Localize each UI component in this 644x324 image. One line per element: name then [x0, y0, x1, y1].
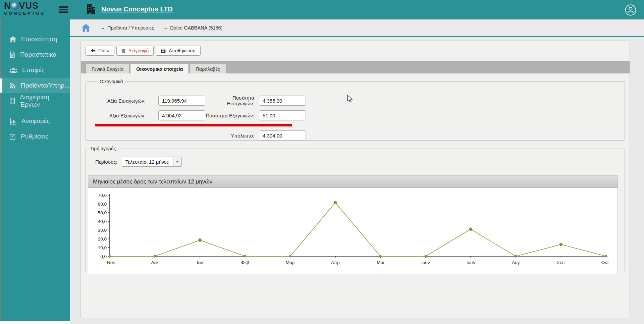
edit-icon — [9, 133, 16, 140]
import-value-label: Αξία Εισαγωγών: — [95, 98, 146, 104]
sidebar-nav: ΕπισκόπησηΠαραστατικάΕπαφέςΠροϊόντα/Υπηρ… — [0, 19, 70, 321]
breadcrumb-arrow-icon: → — [100, 25, 105, 31]
svg-text:40,0: 40,0 — [98, 219, 107, 224]
app-header: NVUS CONCEPTUS Novus Conceptus LTD — [0, 0, 644, 19]
x-axis-label: Ιουν — [421, 260, 430, 265]
export-qty-label: Ποσότητα Εξαγωγών: — [205, 113, 254, 118]
chart-point — [559, 243, 562, 246]
x-axis-label: Νοε — [107, 260, 115, 265]
period-select-value: Τελευταίοι 12 μήνες — [122, 157, 173, 166]
breadcrumb-item[interactable]: →Dolce GABBANA (5156) — [163, 25, 222, 31]
chart-point — [469, 228, 472, 231]
sidebar-item-rss[interactable]: Προϊόντα/Υπηρ... — [0, 78, 70, 93]
import-qty-input[interactable] — [259, 96, 306, 106]
company-link[interactable]: Novus Conceptus LTD — [101, 5, 173, 13]
globe-icon — [11, 2, 19, 10]
chart-point — [515, 255, 517, 257]
x-axis-label: Σεπ — [557, 260, 565, 265]
back-arrow-icon — [91, 48, 96, 53]
svg-text:0,0: 0,0 — [100, 254, 107, 259]
export-value-label: Αξία Εξαγωγών: — [95, 113, 146, 118]
chart-point — [289, 255, 291, 257]
novus-logo: NVUS CONCEPTUS — [4, 1, 45, 16]
sidebar-item-home[interactable]: Επισκόπηση — [0, 32, 70, 47]
sidebar-item-label: Αναφορές — [21, 117, 50, 125]
period-select[interactable]: Τελευταίοι 12 μήνες — [122, 157, 182, 167]
svg-text:60,0: 60,0 — [98, 202, 107, 207]
breadcrumb-arrow-icon: → — [163, 25, 168, 31]
trash-icon — [121, 48, 126, 53]
sidebar-item-label: Ρυθμίσεις — [21, 133, 48, 140]
chart-point — [425, 255, 427, 257]
x-axis-label: Απρ — [331, 260, 340, 265]
chart-title: Μηνιαίος μέσος όρος των τελευταίων 12 μη… — [88, 176, 618, 188]
line-chart: 0,010,020,030,040,050,060,070,0ΝοεΔεκΙαν… — [91, 193, 609, 270]
delete-button[interactable]: Διαγραφή — [116, 46, 154, 56]
chart-point — [199, 238, 202, 241]
export-value-input[interactable] — [158, 110, 205, 120]
chart-point — [379, 255, 381, 257]
balance-input[interactable] — [259, 130, 306, 141]
breadcrumb-item[interactable]: →Προϊόντα / Υπηρεσίες — [100, 25, 154, 31]
x-axis-label: Ιαν — [197, 260, 203, 265]
toolbar: Πίσω Διαγραφή Αποθήκευση — [81, 41, 630, 56]
breadcrumb-item-label: Dolce GABBANA (5156) — [170, 25, 222, 31]
import-qty-label: Ποσότητα Εισαγωγών: — [205, 95, 254, 106]
sidebar-item-label: Παραστατικά — [20, 51, 56, 58]
building-icon — [85, 3, 97, 15]
x-axis-label: Οκτ — [601, 260, 609, 265]
chart-plot-area: 0,010,020,030,040,050,060,070,0ΝοεΔεκΙαν… — [88, 188, 618, 274]
period-label: Περίοδος: — [95, 159, 117, 165]
x-axis-label: Αυγ — [512, 260, 520, 265]
balance-label: Υπόλοιπο: — [205, 133, 254, 139]
x-axis-label: Φεβ — [241, 260, 249, 265]
sidebar-footer-strip — [0, 321, 70, 324]
save-button[interactable]: Αποθήκευση — [156, 46, 200, 56]
breadcrumb-home-icon[interactable] — [80, 23, 91, 33]
content-panel: Πίσω Διαγραφή Αποθήκευση Γενικά Στοιχεία… — [80, 41, 630, 318]
building-icon — [9, 97, 15, 105]
home-icon — [9, 36, 17, 43]
sidebar-item-edit[interactable]: Ρυθμίσεις — [0, 129, 70, 144]
save-icon — [161, 48, 166, 53]
red-divider — [95, 124, 292, 126]
sidebar-item-users[interactable]: Επαφές — [0, 62, 70, 78]
chart-point — [244, 255, 246, 257]
svg-text:10,0: 10,0 — [98, 245, 107, 250]
purchase-price-legend: Τιμή αγοράς — [89, 146, 118, 151]
sidebar-item-document[interactable]: Παραστατικά — [0, 47, 70, 62]
svg-text:20,0: 20,0 — [98, 236, 107, 241]
chart-line — [110, 203, 606, 256]
rss-icon — [9, 82, 16, 89]
chart-point — [334, 201, 337, 204]
chart-point — [109, 255, 111, 257]
chevron-down-icon[interactable] — [173, 157, 181, 166]
breadcrumb: →Προϊόντα / Υπηρεσίες→Dolce GABBANA (515… — [70, 19, 644, 37]
sidebar-item-bar-chart[interactable]: Αναφορές — [0, 113, 70, 129]
user-avatar-icon[interactable] — [625, 4, 637, 17]
breadcrumb-item-label: Προϊόντα / Υπηρεσίες — [107, 25, 154, 31]
sidebar-item-label: Επισκόπηση — [21, 36, 57, 43]
hamburger-menu-icon[interactable] — [59, 6, 68, 14]
import-value-input[interactable] — [158, 96, 205, 106]
export-qty-input[interactable] — [259, 110, 306, 120]
tab-inactive[interactable]: Παραλαβές — [190, 64, 226, 73]
x-axis-label: Μαϊ — [377, 260, 384, 265]
chart-card: Μηνιαίος μέσος όρος των τελευταίων 12 μη… — [88, 175, 618, 274]
document-icon — [9, 51, 16, 58]
tab-strip: Γενικά ΣτοιχείαΟικονομικά στοιχείαΠαραλα… — [81, 61, 630, 73]
back-button[interactable]: Πίσω — [86, 46, 114, 56]
x-axis-label: Μαρ — [286, 260, 295, 265]
logo-line1: NVUS — [4, 1, 45, 10]
svg-text:30,0: 30,0 — [98, 228, 107, 233]
sidebar-item-building[interactable]: Διαχείριση Έργων — [0, 93, 70, 109]
bar-chart-icon — [9, 118, 17, 125]
svg-text:70,0: 70,0 — [98, 193, 107, 198]
svg-text:50,0: 50,0 — [98, 210, 107, 215]
sidebar-item-label: Προϊόντα/Υπηρ... — [21, 82, 70, 89]
tab-inactive[interactable]: Γενικά Στοιχεία — [86, 64, 129, 73]
purchase-price-fieldset: Τιμή αγοράς Περίοδος: Τελευταίοι 12 μήνε… — [86, 146, 625, 271]
tab-active[interactable]: Οικονομικά στοιχεία — [130, 64, 189, 73]
financial-legend: Οικονομικά — [98, 79, 125, 84]
users-icon — [9, 67, 18, 73]
